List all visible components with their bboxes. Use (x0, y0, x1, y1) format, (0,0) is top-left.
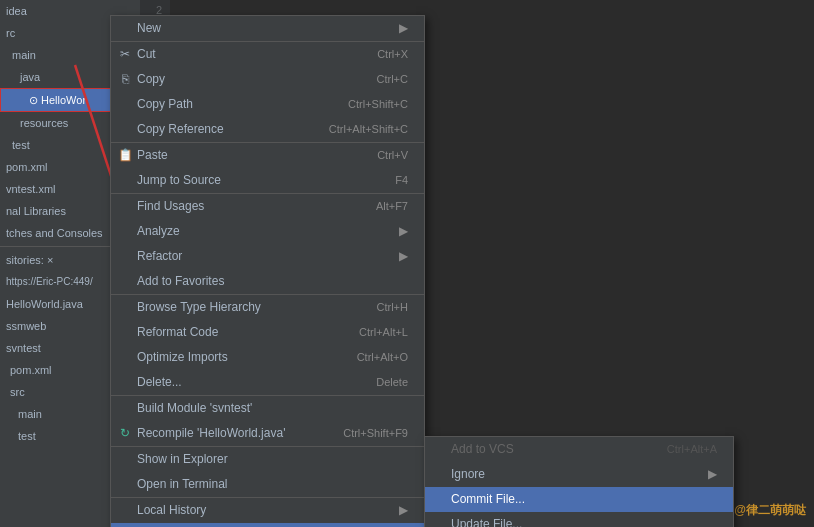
recompile-icon: ↻ (117, 426, 133, 442)
menu-item-hierarchy[interactable]: Browse Type Hierarchy Ctrl+H (111, 295, 424, 320)
menu-label-local-history: Local History (137, 501, 206, 520)
menu-item-explorer[interactable]: Show in Explorer (111, 447, 424, 472)
copy-icon: ⎘ (117, 72, 133, 88)
menu-item-ignore[interactable]: Ignore ▶ (425, 462, 733, 487)
menu-label-find-usages: Find Usages (137, 197, 204, 216)
shortcut-jump: F4 (395, 171, 408, 190)
menu-item-jump[interactable]: Jump to Source F4 (111, 168, 424, 193)
menu-label-paste: Paste (137, 146, 168, 165)
menu-item-find-usages[interactable]: Find Usages Alt+F7 (111, 194, 424, 219)
shortcut-optimize: Ctrl+Alt+O (357, 348, 408, 367)
menu-item-build[interactable]: Build Module 'svntest' (111, 396, 424, 421)
menu-label-cut: Cut (137, 45, 156, 64)
context-menu-right: Add to VCS Ctrl+Alt+A Ignore ▶ Commit Fi… (424, 436, 734, 527)
menu-item-refactor[interactable]: Refactor ▶ (111, 244, 424, 269)
shortcut-paste: Ctrl+V (377, 146, 408, 165)
menu-item-analyze[interactable]: Analyze ▶ (111, 219, 424, 244)
menu-label-build: Build Module 'svntest' (137, 399, 252, 418)
menu-item-add-vcs[interactable]: Add to VCS Ctrl+Alt+A (425, 437, 733, 462)
menu-label-terminal: Open in Terminal (137, 475, 228, 494)
submenu-arrow-refactor: ▶ (399, 247, 408, 266)
shortcut-copy-ref: Ctrl+Alt+Shift+C (329, 120, 408, 139)
menu-item-favorites[interactable]: Add to Favorites (111, 269, 424, 294)
menu-item-optimize[interactable]: Optimize Imports Ctrl+Alt+O (111, 345, 424, 370)
menu-item-update-file[interactable]: Update File... (425, 512, 733, 527)
menu-item-terminal[interactable]: Open in Terminal (111, 472, 424, 497)
menu-item-copy-ref[interactable]: Copy Reference Ctrl+Alt+Shift+C (111, 117, 424, 142)
menu-label-recompile: Recompile 'HelloWorld.java' (137, 424, 285, 443)
menu-label-copy-ref: Copy Reference (137, 120, 224, 139)
menu-label-delete: Delete... (137, 373, 182, 392)
shortcut-add-vcs: Ctrl+Alt+A (667, 440, 717, 459)
menu-label-copy: Copy (137, 70, 165, 89)
shortcut-reformat: Ctrl+Alt+L (359, 323, 408, 342)
shortcut-hierarchy: Ctrl+H (377, 298, 408, 317)
menu-item-local-history[interactable]: Local History ▶ (111, 498, 424, 523)
menu-label-new: New (137, 19, 161, 38)
menu-item-new[interactable]: New ▶ (111, 16, 424, 41)
shortcut-find-usages: Alt+F7 (376, 197, 408, 216)
menu-label-explorer: Show in Explorer (137, 450, 228, 469)
menu-item-subversion[interactable]: Subversion ▶ (111, 523, 424, 527)
shortcut-copy-path: Ctrl+Shift+C (348, 95, 408, 114)
menu-label-refactor: Refactor (137, 247, 182, 266)
menu-label-copy-path: Copy Path (137, 95, 193, 114)
menu-item-reformat[interactable]: Reformat Code Ctrl+Alt+L (111, 320, 424, 345)
submenu-arrow-new: ▶ (399, 19, 408, 38)
shortcut-recompile: Ctrl+Shift+F9 (343, 424, 408, 443)
submenu-arrow-ignore: ▶ (708, 465, 717, 484)
menu-label-update-file: Update File... (451, 515, 522, 527)
submenu-arrow-history: ▶ (399, 501, 408, 520)
menu-label-optimize: Optimize Imports (137, 348, 228, 367)
submenu-arrow-analyze: ▶ (399, 222, 408, 241)
shortcut-delete: Delete (376, 373, 408, 392)
menu-label-reformat: Reformat Code (137, 323, 218, 342)
menu-label-analyze: Analyze (137, 222, 180, 241)
menu-label-commit-file: Commit File... (451, 490, 525, 509)
menu-item-commit-file[interactable]: Commit File... (425, 487, 733, 512)
menu-label-hierarchy: Browse Type Hierarchy (137, 298, 261, 317)
scissors-icon: ✂ (117, 47, 133, 63)
menu-label-jump: Jump to Source (137, 171, 221, 190)
menu-item-copy-path[interactable]: Copy Path Ctrl+Shift+C (111, 92, 424, 117)
menu-item-recompile[interactable]: ↻ Recompile 'HelloWorld.java' Ctrl+Shift… (111, 421, 424, 446)
menu-label-add-vcs: Add to VCS (451, 440, 514, 459)
menu-item-copy[interactable]: ⎘ Copy Ctrl+C (111, 67, 424, 92)
menu-item-cut[interactable]: ✂ Cut Ctrl+X (111, 42, 424, 67)
shortcut-copy: Ctrl+C (377, 70, 408, 89)
paste-icon: 📋 (117, 148, 133, 164)
context-menu-left: New ▶ ✂ Cut Ctrl+X ⎘ Copy Ctrl+C Copy Pa… (110, 15, 425, 527)
shortcut-cut: Ctrl+X (377, 45, 408, 64)
menu-label-ignore: Ignore (451, 465, 485, 484)
menu-label-favorites: Add to Favorites (137, 272, 224, 291)
menu-item-delete[interactable]: Delete... Delete (111, 370, 424, 395)
menu-item-paste[interactable]: 📋 Paste Ctrl+V (111, 143, 424, 168)
